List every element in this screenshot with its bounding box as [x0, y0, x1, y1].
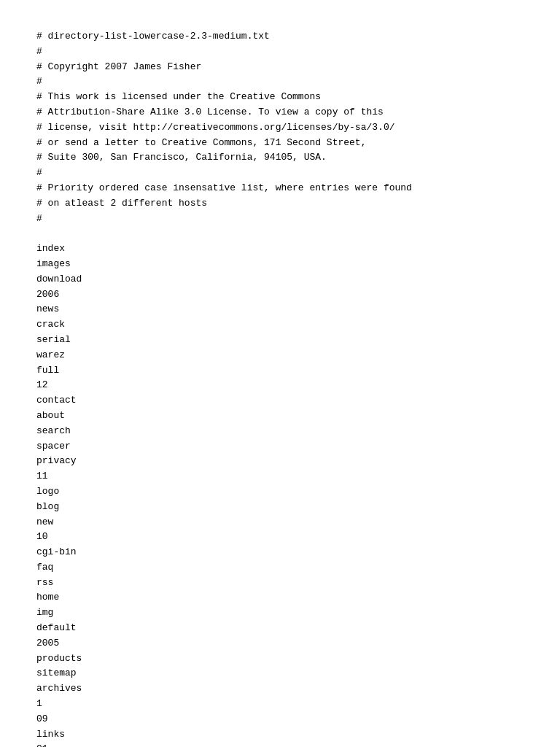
text-content: # directory-list-lowercase-2.3-medium.tx… — [36, 29, 524, 747]
